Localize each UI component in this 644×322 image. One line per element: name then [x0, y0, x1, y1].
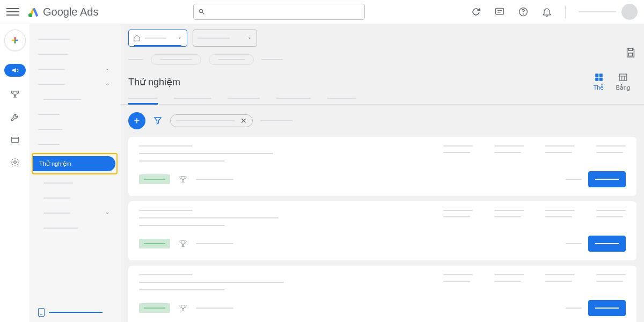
crumb-chip[interactable]	[151, 54, 201, 65]
svg-rect-13	[628, 48, 632, 51]
view-table-button[interactable]: Bảng	[616, 72, 630, 91]
billing-icon[interactable]	[10, 135, 20, 144]
icon-rail	[0, 24, 30, 322]
menu-icon[interactable]	[6, 5, 19, 18]
svg-point-0	[28, 13, 32, 17]
chevron-down-icon	[105, 67, 110, 72]
trophy-icon	[179, 239, 187, 248]
crumb-chip[interactable]	[209, 54, 254, 65]
svg-rect-14	[628, 53, 632, 56]
page-title: Thử nghiệm	[128, 76, 180, 88]
refresh-icon[interactable]	[471, 6, 481, 17]
status-badge	[139, 303, 170, 313]
primary-action-button[interactable]	[588, 300, 626, 316]
save-icon[interactable]	[625, 47, 636, 58]
primary-action-button[interactable]	[588, 236, 626, 252]
home-icon	[133, 34, 141, 42]
search-input[interactable]	[193, 4, 365, 20]
bell-icon[interactable]	[541, 6, 552, 17]
filter-icon[interactable]	[153, 116, 163, 126]
svg-rect-16	[599, 74, 602, 77]
sidebar-item[interactable]	[30, 77, 121, 92]
sidebar-active-highlight: Thử nghiệm	[32, 153, 118, 174]
tab[interactable]	[327, 98, 356, 104]
add-button[interactable]	[128, 112, 145, 129]
tabs	[121, 93, 644, 105]
plus-icon	[10, 35, 20, 46]
google-ads-logo-icon	[28, 6, 40, 18]
chevron-down-icon	[105, 210, 110, 216]
breadcrumb	[128, 54, 636, 65]
trophy-icon	[179, 175, 187, 184]
crumb[interactable]	[261, 59, 283, 60]
create-button[interactable]	[4, 30, 26, 51]
svg-rect-18	[599, 78, 602, 81]
chevron-up-icon	[105, 82, 110, 87]
tab[interactable]	[128, 98, 158, 104]
message-icon[interactable]	[494, 6, 505, 17]
view-cards-button[interactable]: Thẻ	[594, 72, 604, 91]
account-label	[579, 11, 616, 12]
account-switcher[interactable]	[579, 4, 638, 20]
trophy-icon	[179, 304, 187, 312]
brand-text: Google Ads	[43, 6, 98, 18]
close-icon[interactable]: ✕	[240, 116, 247, 125]
avatar	[621, 4, 638, 20]
sidebar-item[interactable]	[30, 191, 121, 206]
status-badge	[139, 239, 170, 248]
device-icon	[38, 308, 45, 317]
sidebar-item[interactable]	[30, 175, 121, 191]
sidebar-nav: Thử nghiệm	[30, 24, 121, 322]
sidebar-item[interactable]	[30, 32, 121, 47]
megaphone-icon	[10, 67, 20, 74]
app-header: Google Ads	[0, 0, 644, 24]
tools-icon[interactable]	[10, 112, 20, 122]
svg-rect-10	[11, 137, 19, 143]
svg-rect-19	[619, 74, 627, 80]
trophy-icon[interactable]	[10, 90, 20, 99]
sidebar-item[interactable]	[30, 137, 121, 152]
scope-selector-secondary[interactable]	[193, 30, 257, 47]
filter-label	[260, 120, 292, 121]
sidebar-footer[interactable]	[38, 308, 103, 317]
help-icon[interactable]	[518, 6, 529, 17]
tab[interactable]	[228, 98, 260, 104]
svg-rect-15	[595, 74, 598, 77]
search-icon	[198, 8, 206, 16]
experiment-card[interactable]	[128, 201, 636, 260]
status-badge	[139, 174, 170, 184]
experiment-card[interactable]	[128, 137, 636, 196]
main-content: Thử nghiệm Thẻ Bảng	[121, 24, 644, 322]
grid-icon	[594, 72, 604, 82]
scope-selector-account[interactable]	[128, 30, 187, 47]
svg-rect-17	[595, 78, 598, 81]
caret-down-icon	[177, 35, 182, 41]
sidebar-item[interactable]	[30, 92, 121, 107]
logo[interactable]: Google Ads	[28, 6, 98, 18]
campaigns-rail[interactable]	[4, 64, 26, 77]
crumb[interactable]	[128, 59, 143, 60]
sidebar-item[interactable]	[30, 62, 121, 77]
tab[interactable]	[276, 98, 311, 104]
filter-chip[interactable]: ✕	[170, 114, 253, 127]
divider	[565, 5, 566, 18]
sidebar-item[interactable]	[30, 122, 121, 137]
experiment-card[interactable]	[128, 266, 636, 322]
caret-down-icon	[247, 35, 252, 41]
svg-point-5	[523, 14, 524, 14]
sidebar-item[interactable]	[30, 107, 121, 122]
sidebar-item[interactable]	[30, 221, 121, 236]
tab[interactable]	[174, 98, 211, 104]
plus-icon	[133, 116, 141, 125]
sidebar-item[interactable]	[30, 206, 121, 221]
sidebar-item-experiments[interactable]: Thử nghiệm	[33, 156, 115, 171]
svg-rect-1	[496, 8, 504, 14]
table-icon	[618, 72, 628, 82]
settings-icon[interactable]	[10, 157, 20, 167]
sidebar-item[interactable]	[30, 47, 121, 62]
svg-point-12	[13, 161, 16, 164]
primary-action-button[interactable]	[588, 171, 626, 187]
